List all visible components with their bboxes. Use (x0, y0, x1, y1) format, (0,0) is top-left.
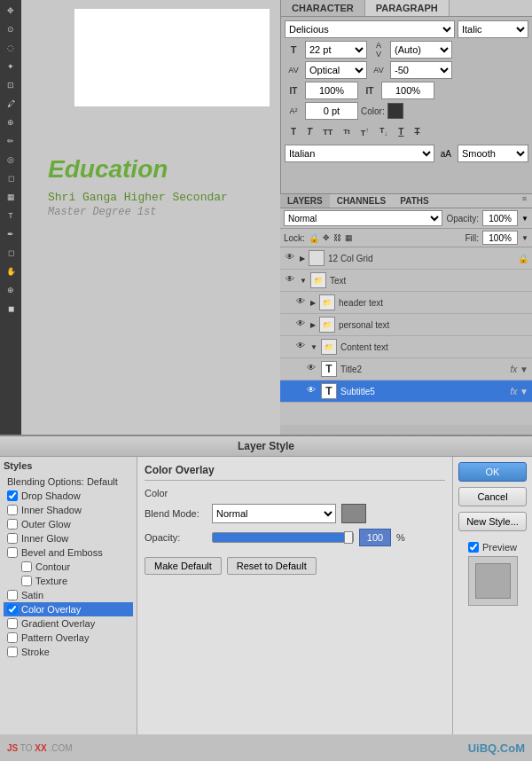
visibility-icon[interactable]: 👁 (294, 318, 307, 331)
move-tool[interactable]: ✥ (2, 2, 20, 20)
crop-tool[interactable]: ⊡ (2, 76, 20, 94)
layer-expand-icon[interactable]: ▼ (300, 277, 307, 285)
language-select[interactable]: Italian (285, 145, 434, 162)
clone-tool[interactable]: ◎ (2, 151, 20, 169)
shape-tool[interactable]: ◻ (2, 244, 20, 262)
pattern-overlay-item[interactable]: Pattern Overlay (4, 631, 133, 645)
healing-tool[interactable]: ⊕ (2, 114, 20, 131)
smallcaps-button[interactable]: Tt (340, 126, 353, 137)
contour-checkbox[interactable] (21, 561, 32, 572)
layer-item[interactable]: 👁 ▼ 📁 Content text (280, 336, 532, 358)
inner-glow-checkbox[interactable] (7, 533, 18, 544)
overlay-color-swatch[interactable] (341, 504, 366, 523)
layer-item-selected[interactable]: 👁 T Subtitle5 fx ▼ (280, 380, 532, 403)
new-style-button[interactable]: New Style... (458, 512, 527, 531)
vscale-input[interactable] (381, 82, 434, 99)
layer-expand-icon[interactable]: ▶ (310, 299, 316, 307)
gradient-overlay-checkbox[interactable] (7, 618, 18, 629)
antialiasing-select[interactable]: Smooth (458, 145, 528, 162)
texture-checkbox[interactable] (21, 576, 32, 586)
leading-select[interactable]: (Auto) (390, 41, 452, 59)
move-lock-icon[interactable]: ✥ (323, 233, 330, 242)
inner-shadow-checkbox[interactable] (7, 505, 18, 515)
gradient-overlay-item[interactable]: Gradient Overlay (4, 616, 133, 631)
outer-glow-checkbox[interactable] (7, 519, 18, 530)
tab-paths[interactable]: PATHS (393, 194, 435, 208)
inner-glow-item[interactable]: Inner Glow (4, 531, 133, 545)
satin-checkbox[interactable] (7, 590, 18, 600)
hand-tool[interactable]: ✋ (2, 263, 20, 280)
font-style-select[interactable]: Italic (458, 20, 528, 38)
baseline-input[interactable] (305, 102, 358, 120)
drop-shadow-item[interactable]: Drop Shadow (4, 489, 133, 503)
fill-input[interactable] (482, 231, 518, 245)
hscale-input[interactable] (305, 82, 358, 99)
eyedropper-tool[interactable]: 🖍 (2, 95, 20, 113)
layer-item[interactable]: 👁 ▶ 12 Col Grid 🔒 (280, 247, 532, 270)
font-size-select[interactable]: 22 pt (305, 41, 367, 59)
visibility-icon[interactable]: 👁 (294, 296, 307, 309)
visibility-icon[interactable]: 👁 (284, 252, 296, 264)
italic-button[interactable]: T (304, 125, 315, 138)
outer-glow-item[interactable]: Outer Glow (4, 517, 133, 531)
cancel-button[interactable]: Cancel (458, 487, 527, 506)
eraser-tool[interactable]: ◻ (2, 169, 20, 187)
texture-item[interactable]: Texture (4, 574, 133, 588)
opacity-dropdown-icon[interactable]: ▼ (521, 215, 528, 223)
bevel-emboss-item[interactable]: Bevel and Emboss (4, 545, 133, 560)
strikethrough-button[interactable]: T (411, 125, 422, 138)
underline-button[interactable]: T (395, 125, 406, 138)
reset-default-button[interactable]: Reset to Default (227, 557, 317, 575)
tab-channels[interactable]: CHANNELS (330, 194, 394, 208)
subscript-button[interactable]: T↓ (377, 124, 390, 139)
zoom-tool[interactable]: ⊕ (2, 281, 20, 299)
layer-expand-icon[interactable]: ▼ (310, 343, 317, 351)
visibility-icon[interactable]: 👁 (305, 363, 317, 375)
inner-shadow-item[interactable]: Inner Shadow (4, 503, 133, 517)
selection-tool[interactable]: ⊙ (2, 20, 20, 38)
fg-bg-colors[interactable]: ◼ (2, 300, 20, 318)
kerning-select[interactable]: -50 (390, 61, 452, 79)
color-overlay-checkbox[interactable] (7, 604, 18, 615)
tab-layers[interactable]: LAYERS (280, 194, 330, 208)
brush-tool[interactable]: ✏ (2, 132, 20, 150)
bold-button[interactable]: T (288, 125, 299, 138)
ok-button[interactable]: OK (458, 462, 527, 482)
opacity-input[interactable] (482, 210, 518, 226)
drop-shadow-checkbox[interactable] (7, 490, 18, 501)
color-overlay-item[interactable]: Color Overlay (4, 602, 133, 616)
pen-tool[interactable]: ✒ (2, 225, 20, 243)
opacity-value-input[interactable] (359, 529, 391, 546)
layer-expand-icon[interactable]: ▶ (300, 255, 305, 263)
preview-checkbox[interactable] (468, 542, 479, 553)
layer-blend-mode-select[interactable]: Normal (284, 210, 442, 226)
panel-menu-icon[interactable]: ≡ (522, 194, 532, 208)
pattern-overlay-checkbox[interactable] (7, 632, 18, 643)
fill-lock-icon[interactable]: ▦ (345, 233, 353, 242)
layer-expand-icon[interactable]: ▶ (310, 321, 316, 329)
layer-item[interactable]: 👁 ▼ 📁 Text (280, 270, 532, 292)
contour-item[interactable]: Contour (4, 560, 133, 574)
stroke-item[interactable]: Stroke (4, 645, 133, 659)
gradient-tool[interactable]: ▦ (2, 188, 20, 206)
lasso-tool[interactable]: ◌ (2, 39, 20, 57)
allcaps-button[interactable]: TT (320, 126, 335, 138)
text-color-swatch[interactable] (387, 103, 403, 119)
bevel-emboss-checkbox[interactable] (7, 547, 18, 558)
blending-options-item[interactable]: Blending Options: Default (4, 475, 133, 489)
opacity-slider[interactable] (212, 532, 354, 543)
tracking-select[interactable]: Optical (305, 61, 367, 79)
superscript-button[interactable]: T↑ (358, 124, 372, 139)
visibility-icon[interactable]: 👁 (284, 274, 296, 286)
blend-mode-select[interactable]: Normal (212, 504, 336, 523)
font-family-select[interactable]: Delicious (285, 20, 455, 38)
layer-item[interactable]: 👁 T Title2 fx ▼ (280, 358, 532, 380)
visibility-icon[interactable]: 👁 (294, 341, 307, 353)
satin-item[interactable]: Satin (4, 588, 133, 602)
tab-character[interactable]: CHARACTER (281, 0, 365, 16)
chain-lock-icon[interactable]: ⛓ (333, 233, 341, 242)
lock-icon[interactable]: 🔒 (309, 233, 319, 243)
tab-paragraph[interactable]: PARAGRAPH (365, 0, 450, 16)
fill-dropdown-icon[interactable]: ▼ (521, 234, 528, 242)
layer-item[interactable]: 👁 ▶ 📁 header text (280, 292, 532, 314)
